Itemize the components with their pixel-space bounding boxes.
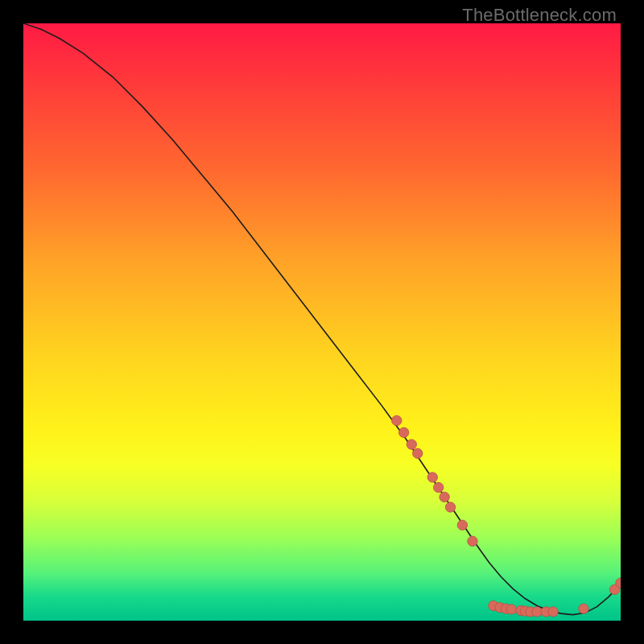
watermark-text: TheBottleneck.com (462, 5, 617, 26)
data-marker (468, 536, 477, 546)
data-marker (407, 440, 416, 449)
data-marker (457, 520, 467, 530)
marker-group (392, 415, 621, 617)
data-marker (532, 607, 542, 617)
data-marker (392, 415, 402, 425)
data-marker (413, 448, 423, 458)
data-marker (398, 427, 408, 437)
data-marker (548, 607, 558, 617)
data-marker (440, 492, 449, 502)
chart-svg (23, 23, 621, 621)
data-marker (427, 473, 437, 482)
bottleneck-curve (23, 23, 621, 615)
data-marker (433, 482, 443, 492)
data-marker (506, 605, 516, 614)
data-marker (445, 502, 455, 512)
chart-frame (23, 23, 621, 621)
data-marker (579, 604, 588, 613)
